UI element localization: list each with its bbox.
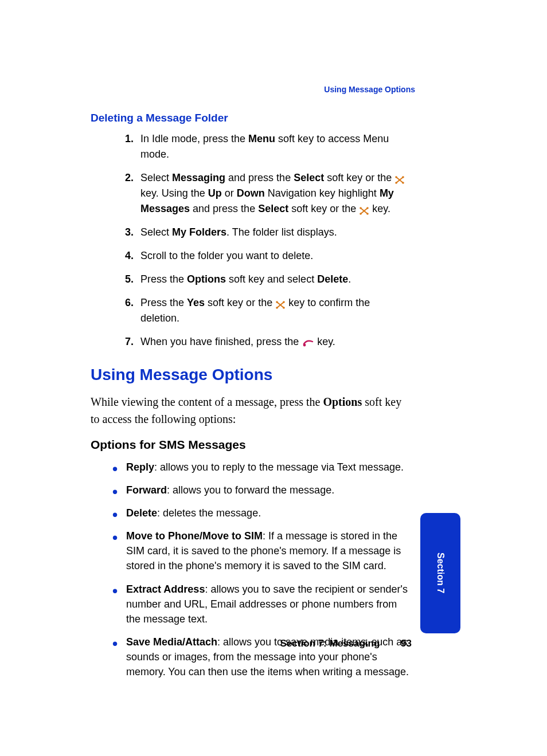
svg-point-9 <box>366 207 369 209</box>
step-text: When you have finished, press the key. <box>140 334 412 350</box>
svg-point-4 <box>395 182 397 184</box>
svg-point-3 <box>402 176 404 178</box>
step-text: Press the Yes soft key or the key to con… <box>140 295 412 326</box>
svg-point-2 <box>395 176 397 178</box>
list-item: Reply: allows you to reply to the messag… <box>115 460 412 475</box>
intro-paragraph: While viewing the content of a message, … <box>91 393 412 428</box>
section-tab: Section 7 <box>420 513 460 633</box>
step-number: 1. <box>116 131 134 162</box>
page-content: Deleting a Message Folder 1. In Idle mod… <box>91 112 412 687</box>
step-number: 7. <box>116 334 134 350</box>
page-number: 93 <box>401 638 412 649</box>
svg-point-11 <box>366 213 369 215</box>
step-6: 6. Press the Yes soft key or the key to … <box>116 295 412 326</box>
footer-section-label: Section 7: Messaging <box>280 638 380 649</box>
step-number: 4. <box>116 248 134 264</box>
step-number: 5. <box>116 272 134 287</box>
list-item: Extract Address: allows you to save the … <box>115 582 412 626</box>
heading-using-message-options: Using Message Options <box>91 366 412 384</box>
deleting-folder-steps: 1. In Idle mode, press the Menu soft key… <box>116 131 412 350</box>
list-item: Delete: deletes the message. <box>115 506 412 520</box>
step-4: 4. Scroll to the folder you want to dele… <box>116 248 412 264</box>
page-footer: Section 7: Messaging 93 <box>91 638 412 649</box>
svg-point-18 <box>303 344 306 347</box>
svg-point-15 <box>283 301 285 303</box>
running-head: Using Message Options <box>324 85 415 94</box>
step-7: 7. When you have finished, press the key… <box>116 334 412 350</box>
svg-point-17 <box>283 307 285 309</box>
list-item: Move to Phone/Move to SIM: If a message … <box>115 528 412 573</box>
step-number: 6. <box>116 295 134 326</box>
step-5: 5. Press the Options soft key and select… <box>116 272 412 287</box>
svg-point-5 <box>402 182 404 184</box>
svg-point-8 <box>360 207 362 209</box>
step-text: Scroll to the folder you want to delete. <box>140 248 412 264</box>
heading-deleting-folder: Deleting a Message Folder <box>91 112 412 124</box>
svg-point-14 <box>276 301 278 303</box>
step-text: Select My Folders. The folder list displ… <box>140 225 412 240</box>
step-1: 1. In Idle mode, press the Menu soft key… <box>116 131 412 162</box>
step-2: 2. Select Messaging and press the Select… <box>116 170 412 217</box>
end-key-icon <box>302 337 314 347</box>
ok-key-icon <box>394 174 405 183</box>
heading-options-sms: Options for SMS Messages <box>91 438 412 452</box>
ok-key-icon <box>359 205 369 214</box>
svg-point-10 <box>360 213 362 215</box>
step-text: In Idle mode, press the Menu soft key to… <box>140 131 412 162</box>
step-3: 3. Select My Folders. The folder list di… <box>116 225 412 240</box>
step-number: 2. <box>116 170 134 217</box>
step-number: 3. <box>116 225 134 240</box>
svg-point-16 <box>276 307 278 309</box>
ok-key-icon <box>275 299 286 308</box>
step-text: Select Messaging and press the Select so… <box>140 170 412 217</box>
step-text: Press the Options soft key and select De… <box>140 272 412 287</box>
list-item: Forward: allows you to forward the messa… <box>115 483 412 498</box>
section-tab-label: Section 7 <box>435 553 446 593</box>
